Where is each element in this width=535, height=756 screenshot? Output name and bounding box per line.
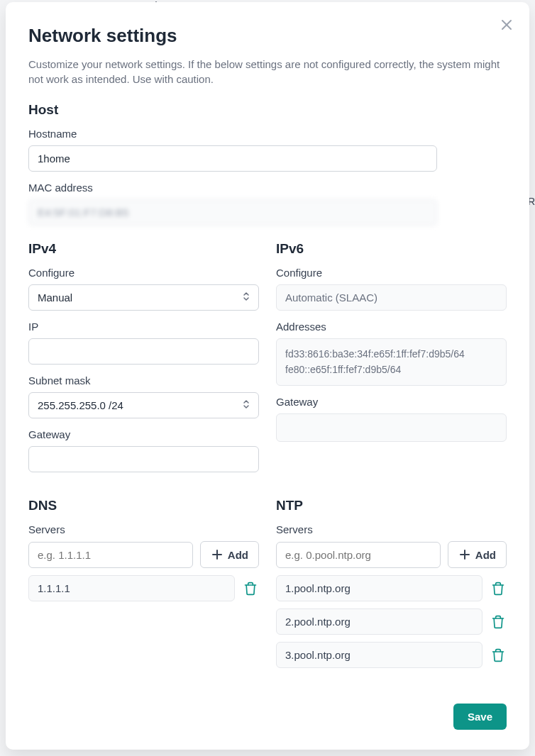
plus-icon xyxy=(458,548,471,561)
ntp-add-button[interactable]: Add xyxy=(448,541,507,568)
add-label: Add xyxy=(228,549,248,561)
ntp-server-row xyxy=(276,575,507,601)
trash-icon xyxy=(491,615,505,629)
ipv6-addresses-label: Addresses xyxy=(276,321,507,333)
ipv6-section: IPv6 Configure Automatic (SLAAC) Address… xyxy=(276,241,507,482)
ntp-add-input[interactable] xyxy=(276,542,441,568)
close-button[interactable] xyxy=(498,16,515,33)
ipv4-subnet-label: Subnet mask xyxy=(28,374,259,387)
ntp-delete-button[interactable] xyxy=(490,613,507,630)
hostname-label: Hostname xyxy=(28,128,507,140)
dns-title: DNS xyxy=(28,498,259,513)
modal-title: Network settings xyxy=(28,25,507,47)
ipv4-configure-select[interactable]: Manual xyxy=(28,284,259,311)
mac-input xyxy=(28,199,437,226)
dns-add-input[interactable] xyxy=(28,542,193,568)
host-section: Host Hostname MAC address xyxy=(28,102,507,226)
ntp-delete-button[interactable] xyxy=(490,580,507,597)
dns-server-item[interactable] xyxy=(28,575,235,601)
ipv6-address-item: fd33:8616:ba3e:34f:e65f:1ff:fef7:d9b5/64 xyxy=(285,347,497,362)
ipv6-gateway-value xyxy=(276,413,507,442)
trash-icon xyxy=(491,648,505,662)
ntp-section: NTP Servers Add xyxy=(276,498,507,675)
ntp-server-item[interactable] xyxy=(276,608,482,635)
ipv4-gateway-label: Gateway xyxy=(28,428,259,440)
ipv4-ip-label: IP xyxy=(28,321,259,333)
ipv4-section: IPv4 Configure Manual IP xyxy=(28,241,259,482)
network-settings-modal: Network settings Customize your network … xyxy=(6,2,529,750)
plus-icon xyxy=(211,548,224,561)
ipv6-gateway-label: Gateway xyxy=(276,396,507,408)
save-button[interactable]: Save xyxy=(453,704,507,730)
close-icon xyxy=(498,16,515,33)
mac-label: MAC address xyxy=(28,182,507,194)
ipv6-addresses-box: fd33:8616:ba3e:34f:e65f:1ff:fef7:d9b5/64… xyxy=(276,338,507,386)
ipv4-configure-label: Configure xyxy=(28,267,259,279)
dns-server-row xyxy=(28,575,259,601)
trash-icon xyxy=(491,582,505,596)
dns-add-button[interactable]: Add xyxy=(200,541,259,568)
ipv4-ip-input[interactable] xyxy=(28,338,259,365)
ntp-server-row xyxy=(276,608,507,635)
dns-servers-label: Servers xyxy=(28,523,259,535)
ntp-servers-label: Servers xyxy=(276,523,507,535)
ntp-server-item[interactable] xyxy=(276,642,482,668)
ipv4-gateway-input[interactable] xyxy=(28,446,259,472)
add-label: Add xyxy=(475,549,496,561)
ipv4-subnet-select[interactable]: 255.255.255.0 /24 xyxy=(28,392,259,418)
ntp-server-item[interactable] xyxy=(276,575,482,601)
ntp-delete-button[interactable] xyxy=(490,647,507,664)
modal-description: Customize your network settings. If the … xyxy=(28,57,507,87)
hostname-input[interactable] xyxy=(28,145,437,172)
host-title: Host xyxy=(28,102,507,118)
ntp-server-row xyxy=(276,642,507,668)
ipv6-configure-label: Configure xyxy=(276,267,507,279)
ipv6-address-item: fe80::e65f:1ff:fef7:d9b5/64 xyxy=(285,362,497,378)
dns-delete-button[interactable] xyxy=(242,580,259,597)
dns-section: DNS Servers Add xyxy=(28,498,259,675)
ntp-title: NTP xyxy=(276,498,507,513)
ipv6-title: IPv6 xyxy=(276,241,507,257)
ipv6-configure-value: Automatic (SLAAC) xyxy=(276,284,507,311)
ipv4-title: IPv4 xyxy=(28,241,259,257)
trash-icon xyxy=(243,582,258,596)
